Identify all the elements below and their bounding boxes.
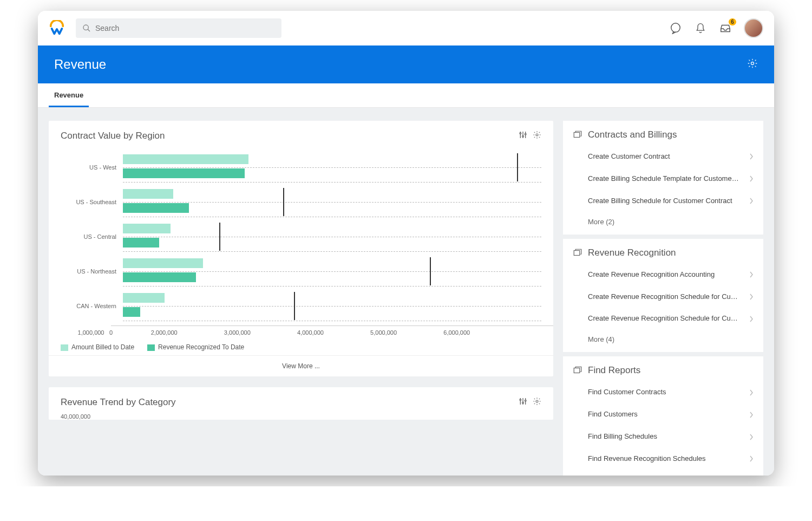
- side-link[interactable]: Create Billing Schedule Template for Cus…: [573, 168, 754, 190]
- bell-icon[interactable]: [694, 22, 707, 35]
- trend-title: Revenue Trend by Category: [61, 397, 176, 408]
- bar-label: US - Northeast: [61, 268, 123, 275]
- bar-recognized[interactable]: [123, 203, 189, 213]
- gear-icon[interactable]: [533, 131, 541, 141]
- side-group-title: Find Reports: [573, 365, 754, 376]
- side-link[interactable]: Create Revenue Recognition Accounting: [573, 264, 754, 286]
- x-axis-tick: 4,000,000: [297, 329, 370, 336]
- chat-icon[interactable]: [669, 22, 682, 35]
- settings-gear-icon[interactable]: [747, 58, 758, 71]
- side-group: Revenue RecognitionCreate Revenue Recogn…: [563, 239, 763, 353]
- contract-value-card: Contract Value by Region: [49, 121, 553, 376]
- legend-item: Amount Billed to Date: [61, 343, 134, 351]
- side-group-title: Revenue Recognition: [573, 248, 754, 258]
- bar-label: CAN - Western: [61, 303, 123, 309]
- inbox-badge-count: 6: [729, 18, 736, 25]
- gear-icon[interactable]: [533, 397, 541, 408]
- target-marker: [219, 223, 220, 251]
- svg-rect-18: [574, 133, 580, 138]
- target-marker: [283, 188, 284, 216]
- chart-title: Contract Value by Region: [61, 131, 165, 141]
- svg-line-1: [88, 29, 90, 31]
- bar-recognized[interactable]: [123, 272, 196, 282]
- target-marker: [430, 257, 431, 285]
- bar-row: US - West: [61, 150, 541, 185]
- svg-point-8: [522, 135, 524, 137]
- search-box[interactable]: [76, 18, 281, 38]
- workday-logo[interactable]: [49, 20, 65, 36]
- side-link[interactable]: Find Customers: [573, 403, 754, 426]
- legend-swatch-dark: [147, 344, 155, 351]
- x-axis-tick: 2,000,000: [151, 329, 224, 336]
- svg-point-17: [536, 400, 538, 402]
- bar-billed[interactable]: [123, 258, 203, 268]
- bar-chart: US - WestUS - SoutheastUS - CentralUS - …: [49, 145, 553, 325]
- side-group: Contracts and BillingsCreate Customer Co…: [563, 121, 763, 235]
- bar-row: US - Northeast: [61, 254, 541, 289]
- side-more-button[interactable]: More (4): [573, 330, 754, 347]
- tabs: Revenue: [38, 83, 774, 108]
- bar-label: US - Southeast: [61, 199, 123, 205]
- target-marker: [294, 292, 295, 320]
- svg-point-3: [751, 62, 754, 65]
- side-link[interactable]: Create Revenue Recognition Schedule for …: [573, 286, 754, 308]
- inbox-icon[interactable]: 6: [719, 22, 732, 35]
- search-icon: [82, 24, 91, 32]
- revenue-trend-card: Revenue Trend by Category: [49, 387, 553, 420]
- view-more-button[interactable]: View More ...: [49, 355, 553, 376]
- legend-swatch-light: [61, 344, 68, 351]
- bar-billed[interactable]: [123, 189, 173, 199]
- legend: Amount Billed to Date Revenue Recognized…: [49, 336, 553, 355]
- bar-recognized[interactable]: [123, 238, 159, 248]
- y-axis-tick: 40,000,000: [49, 411, 553, 420]
- svg-point-9: [525, 133, 526, 135]
- sliders-icon[interactable]: [519, 131, 527, 141]
- bar-row: US - Southeast: [61, 185, 541, 219]
- svg-point-0: [83, 25, 88, 30]
- bar-recognized[interactable]: [123, 307, 140, 317]
- side-group: Find ReportsFind Customer ContractsFind …: [563, 356, 763, 476]
- bar-row: CAN - Western: [61, 289, 541, 323]
- svg-point-10: [536, 134, 538, 136]
- tab-revenue[interactable]: Revenue: [49, 83, 89, 107]
- svg-point-2: [671, 23, 680, 32]
- side-panel: Contracts and BillingsCreate Customer Co…: [563, 121, 763, 476]
- page-title: Revenue: [54, 57, 106, 72]
- bar-billed[interactable]: [123, 293, 165, 303]
- target-marker: [517, 153, 518, 181]
- side-link[interactable]: Find Customer Contracts: [573, 381, 754, 403]
- side-link[interactable]: Create Customer Contract: [573, 146, 754, 168]
- topbar: 6: [38, 11, 774, 45]
- sliders-icon[interactable]: [519, 397, 527, 408]
- bar-billed[interactable]: [123, 224, 171, 233]
- side-group-title: Contracts and Billings: [573, 129, 754, 140]
- side-link[interactable]: Find Revenue Recognition Schedules: [573, 448, 754, 470]
- side-link[interactable]: Find Billing Schedules: [573, 426, 754, 448]
- svg-rect-19: [574, 250, 580, 255]
- bar-billed[interactable]: [123, 154, 248, 164]
- side-more-button[interactable]: More (2): [573, 212, 754, 229]
- avatar[interactable]: [744, 18, 763, 38]
- svg-rect-20: [574, 368, 580, 373]
- svg-point-16: [525, 400, 526, 401]
- bar-row: US - Central: [61, 219, 541, 254]
- x-axis-tick: 1,000,000: [78, 329, 151, 336]
- svg-point-14: [520, 399, 521, 401]
- search-input[interactable]: [95, 24, 275, 32]
- svg-point-15: [522, 402, 524, 403]
- x-axis: 01,000,0002,000,0003,000,0004,000,0005,0…: [111, 325, 553, 336]
- bar-recognized[interactable]: [123, 168, 245, 178]
- x-axis-tick: 5,000,000: [370, 329, 443, 336]
- svg-point-7: [520, 133, 521, 134]
- legend-item: Revenue Recognized To Date: [147, 343, 244, 351]
- x-axis-tick: 6,000,000: [443, 329, 516, 336]
- side-link[interactable]: Create Revenue Recognition Schedule for …: [573, 308, 754, 330]
- bar-label: US - Central: [61, 233, 123, 240]
- side-link[interactable]: Create Billing Schedule for Customer Con…: [573, 190, 754, 212]
- banner: Revenue: [38, 45, 774, 83]
- x-axis-tick: 3,000,000: [224, 329, 297, 336]
- bar-label: US - West: [61, 164, 123, 171]
